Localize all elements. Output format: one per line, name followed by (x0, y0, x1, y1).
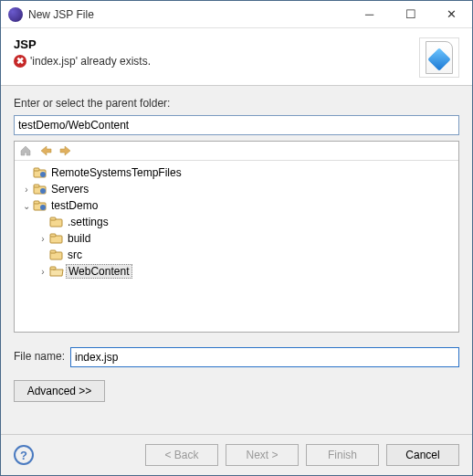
svg-rect-4 (34, 185, 39, 187)
next-button: Next > (226, 444, 299, 466)
forward-arrow-icon[interactable] (58, 143, 73, 158)
tree-node[interactable]: RemoteSystemsTempFiles (16, 164, 457, 181)
twisty-collapsed-icon[interactable]: › (37, 234, 49, 244)
tree-node-label: build (66, 232, 92, 245)
wizard-banner: JSP ✖ 'index.jsp' already exists. (1, 28, 472, 86)
tree-node-label: WebContent (66, 264, 132, 279)
folder-icon (49, 216, 64, 228)
svg-rect-14 (50, 250, 56, 253)
svg-point-5 (40, 188, 46, 194)
folder-open-icon (49, 265, 64, 278)
project-icon (33, 199, 47, 212)
banner-title: JSP (14, 37, 419, 51)
file-name-input[interactable] (70, 347, 459, 367)
wizard-icon (419, 37, 459, 78)
folder-tree[interactable]: RemoteSystemsTempFiles›Servers⌄testDemo.… (15, 161, 458, 332)
finish-button: Finish (306, 444, 379, 466)
folder-tree-container: RemoteSystemsTempFiles›Servers⌄testDemo.… (14, 141, 459, 333)
content-area: Enter or select the parent folder: Remot… (1, 86, 472, 434)
banner-error: ✖ 'index.jsp' already exists. (14, 55, 419, 68)
error-icon: ✖ (14, 55, 26, 68)
tree-toolbar (15, 142, 458, 161)
svg-point-8 (40, 205, 46, 210)
tree-node[interactable]: ›WebContent (16, 263, 457, 280)
window-title: New JSP File (28, 8, 349, 21)
twisty-expanded-icon[interactable]: ⌄ (20, 201, 33, 211)
parent-folder-label: Enter or select the parent folder: (14, 97, 459, 110)
svg-rect-1 (34, 168, 39, 171)
parent-folder-input[interactable] (14, 115, 459, 135)
help-icon[interactable]: ? (14, 445, 34, 465)
svg-rect-15 (50, 267, 56, 270)
eclipse-icon (8, 7, 23, 22)
tree-node-label: src (66, 249, 84, 261)
tree-node[interactable]: ⌄testDemo (16, 197, 457, 214)
button-bar: ? < Back Next > Finish Cancel (1, 434, 472, 475)
project-icon (33, 166, 47, 179)
back-arrow-icon[interactable] (38, 143, 53, 158)
cancel-button[interactable]: Cancel (386, 444, 459, 466)
svg-rect-12 (50, 234, 56, 237)
tree-node-label: Servers (49, 183, 90, 196)
tree-node-label: testDemo (49, 199, 100, 212)
folder-icon (49, 232, 64, 245)
home-icon[interactable] (18, 143, 33, 158)
tree-node-label: .settings (66, 216, 110, 228)
twisty-collapsed-icon[interactable]: › (20, 185, 33, 195)
tree-node[interactable]: .settings (16, 214, 457, 230)
tree-node-label: RemoteSystemsTempFiles (49, 166, 184, 179)
svg-rect-10 (50, 217, 56, 220)
tree-node[interactable]: ›build (16, 230, 457, 247)
minimize-button[interactable]: ─ (349, 1, 390, 27)
window-controls: ─ ☐ ✕ (349, 1, 472, 27)
dialog-window: New JSP File ─ ☐ ✕ JSP ✖ 'index.jsp' alr… (0, 0, 473, 476)
advanced-button[interactable]: Advanced >> (14, 380, 105, 402)
banner-error-text: 'index.jsp' already exists. (30, 55, 151, 68)
tree-node[interactable]: ›Servers (16, 181, 457, 197)
tree-node[interactable]: src (16, 247, 457, 263)
svg-rect-7 (34, 201, 39, 204)
twisty-collapsed-icon[interactable]: › (37, 267, 49, 277)
back-button: < Back (145, 444, 218, 466)
file-name-label: File name: (14, 350, 65, 363)
project-icon (33, 183, 47, 196)
folder-icon (49, 249, 64, 261)
svg-point-2 (40, 172, 46, 177)
maximize-button[interactable]: ☐ (390, 1, 431, 27)
titlebar: New JSP File ─ ☐ ✕ (1, 1, 472, 28)
close-button[interactable]: ✕ (431, 1, 472, 27)
